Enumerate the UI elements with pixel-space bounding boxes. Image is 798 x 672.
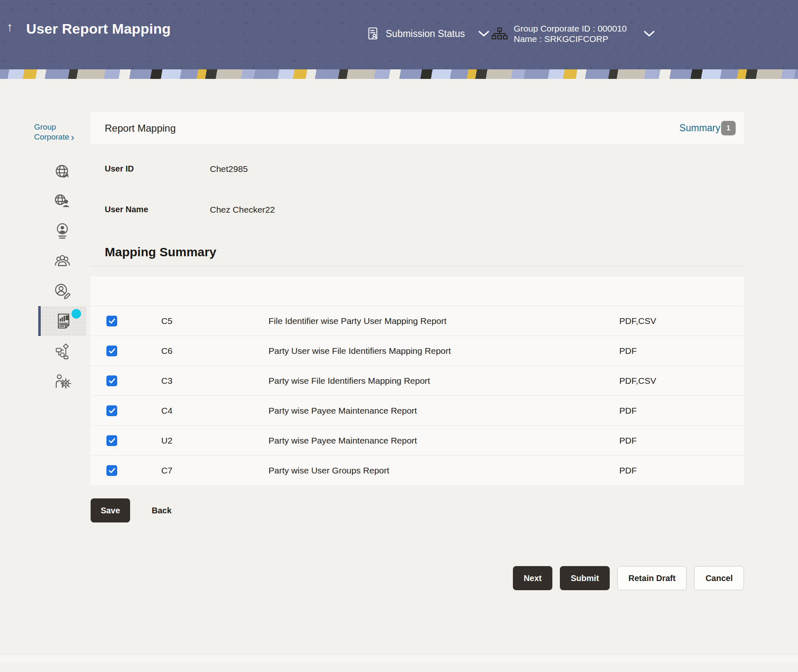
chevron-down-icon xyxy=(643,30,655,37)
user-name-label: User Name xyxy=(105,205,210,216)
user-id-label: User ID xyxy=(105,164,210,175)
page-title: User Report Mapping xyxy=(26,21,171,37)
submission-status-button[interactable]: Submission Status xyxy=(366,27,490,41)
next-button[interactable]: Next xyxy=(513,566,552,590)
cyan-notification-dot xyxy=(71,309,81,319)
mapping-table-body: C5 File Identifier wise Party User Mappi… xyxy=(91,306,744,485)
person-gear-icon xyxy=(53,372,71,390)
save-row: Save Back xyxy=(91,498,744,522)
table-row: C5 File Identifier wise Party User Mappi… xyxy=(91,306,744,336)
report-formats: PDF xyxy=(619,346,744,356)
report-name: Party wise Payee Maintenance Report xyxy=(268,436,619,446)
panel-title: Report Mapping xyxy=(105,123,176,134)
sidebar-item-globe-sync[interactable] xyxy=(38,157,86,186)
sidebar-item-person-badge[interactable] xyxy=(38,216,86,246)
sidebar-item-person-edit[interactable] xyxy=(38,276,86,306)
users-group-icon xyxy=(53,252,71,270)
report-checkbox[interactable] xyxy=(106,435,117,446)
table-row: C4 Party wise Payee Maintenance Report P… xyxy=(91,395,744,425)
report-formats: PDF,CSV xyxy=(619,376,744,386)
globe-sync-icon xyxy=(53,162,71,181)
report-document-icon xyxy=(54,312,73,330)
group-corporate-selector[interactable]: Group Corporate ID : 000010 Name : SRKGC… xyxy=(491,23,655,44)
report-mapping-header: Report Mapping Summary 1 xyxy=(91,112,744,144)
report-code: C3 xyxy=(161,376,195,386)
decorative-banner-strip xyxy=(0,69,798,79)
report-name: Party wise File Identifiers Mapping Repo… xyxy=(268,376,619,386)
flow-chart-icon xyxy=(53,342,71,360)
group-corporate-name: Name : SRKGCIFCORP xyxy=(514,34,608,44)
summary-link[interactable]: Summary 1 xyxy=(680,121,736,135)
chevron-right-icon: › xyxy=(71,132,74,143)
sidebar-item-report-mapping[interactable] xyxy=(38,306,86,336)
table-row: C3 Party wise File Identifiers Mapping R… xyxy=(91,365,744,395)
up-arrow-icon[interactable]: ↑ xyxy=(7,21,13,33)
report-name: Party wise Payee Maintenance Report xyxy=(268,406,619,416)
org-hierarchy-icon xyxy=(491,27,508,40)
user-id-row: User ID Chet2985 xyxy=(105,164,744,175)
table-row: C7 Party wise User Groups Report PDF xyxy=(91,455,744,485)
sidebar-item-user-settings[interactable] xyxy=(38,366,86,396)
report-formats: PDF xyxy=(619,436,744,446)
report-checkbox[interactable] xyxy=(106,346,117,356)
table-row: U2 Party wise Payee Maintenance Report P… xyxy=(91,425,744,455)
report-code: C6 xyxy=(161,346,195,356)
sidebar-item-workflow[interactable] xyxy=(38,336,86,366)
cancel-button[interactable]: Cancel xyxy=(694,566,744,590)
retain-draft-button[interactable]: Retain Draft xyxy=(617,566,687,590)
summary-count-badge: 1 xyxy=(721,121,736,135)
sidebar-item-user-groups[interactable] xyxy=(38,246,86,276)
report-checkbox[interactable] xyxy=(106,316,117,326)
person-badge-icon xyxy=(53,222,71,240)
submit-button[interactable]: Submit xyxy=(560,566,610,590)
sidebar-item-globe-user[interactable] xyxy=(38,186,86,216)
sidebar-group-corporate-link[interactable]: Group Corporate› xyxy=(34,122,84,142)
sidebar-group-corporate-label: Group Corporate xyxy=(34,123,69,141)
report-formats: PDF xyxy=(619,466,744,476)
summary-link-label: Summary xyxy=(680,123,720,134)
page-footer-strip xyxy=(0,655,798,663)
sidebar-nav xyxy=(38,157,86,396)
submission-status-label: Submission Status xyxy=(386,28,465,39)
person-edit-icon xyxy=(53,282,71,300)
user-name-row: User Name Chez Checker22 xyxy=(105,205,744,216)
group-corporate-info: Group Corporate ID : 000010 Name : SRKGC… xyxy=(514,23,627,44)
report-formats: PDF xyxy=(619,406,744,416)
mapping-summary-heading: Mapping Summary xyxy=(91,245,744,259)
report-checkbox[interactable] xyxy=(106,465,117,476)
save-button[interactable]: Save xyxy=(91,498,130,522)
user-info-section: User ID Chet2985 User Name Chez Checker2… xyxy=(91,164,744,216)
report-code: C5 xyxy=(161,316,195,326)
report-checkbox[interactable] xyxy=(106,405,117,416)
report-code: C4 xyxy=(161,406,195,416)
report-name: Party User wise File Identifiers Mapping… xyxy=(268,346,619,356)
report-name: File Identifier wise Party User Mapping … xyxy=(268,316,619,326)
report-checkbox[interactable] xyxy=(106,375,117,386)
report-code: C7 xyxy=(161,466,195,476)
submission-status-document-icon xyxy=(366,27,380,41)
table-row: C6 Party User wise File Identifiers Mapp… xyxy=(91,336,744,365)
footer-actions: Next Submit Retain Draft Cancel xyxy=(91,566,744,590)
app-header: ↑ User Report Mapping Submission Status xyxy=(0,0,798,69)
section-divider xyxy=(91,266,744,266)
user-id-value: Chet2985 xyxy=(210,164,248,175)
chevron-down-icon xyxy=(478,30,490,37)
mapping-summary-table: C5 File Identifier wise Party User Mappi… xyxy=(91,277,744,485)
report-code: U2 xyxy=(161,436,195,446)
report-formats: PDF,CSV xyxy=(619,316,744,326)
globe-user-icon xyxy=(53,192,71,211)
back-button[interactable]: Back xyxy=(152,506,172,515)
group-corporate-id: Group Corporate ID : 000010 xyxy=(514,24,627,33)
page-body: Group Corporate› xyxy=(0,79,798,663)
main-content: Report Mapping Summary 1 User ID Chet298… xyxy=(91,112,744,590)
user-name-value: Chez Checker22 xyxy=(210,205,275,216)
report-name: Party wise User Groups Report xyxy=(268,466,619,476)
